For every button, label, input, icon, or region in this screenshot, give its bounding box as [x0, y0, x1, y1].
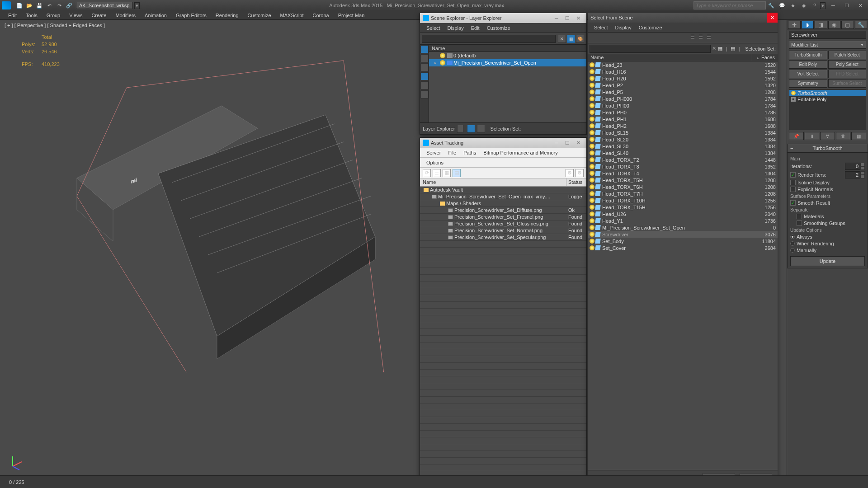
maximize-icon[interactable]: ☐ [562, 140, 573, 146]
asset-row[interactable]: Precision_Screwdriver_Set_Normal.pngFoun… [420, 227, 586, 234]
object-name-input[interactable] [789, 31, 866, 39]
filter-input[interactable] [422, 35, 556, 43]
list-icon[interactable]: ☰ [698, 34, 706, 42]
config-icon[interactable]: ▦ [851, 132, 866, 140]
asset-row[interactable]: Precision_Screwdriver_Set_Specular.pngFo… [420, 234, 586, 241]
menu-item[interactable]: Options [423, 159, 447, 166]
settings-icon[interactable]: ⚙ [566, 169, 574, 177]
iterations-input[interactable] [845, 163, 860, 170]
display-mode-icon[interactable]: ▦ [567, 35, 575, 43]
star-icon[interactable]: ★ [788, 1, 797, 9]
axis-gizmo[interactable] [8, 453, 26, 471]
object-row[interactable]: Set_Cover2684 [588, 244, 778, 251]
menu-create[interactable]: Create [87, 12, 111, 19]
manually-radio[interactable] [790, 248, 795, 253]
render-iters-input[interactable] [845, 171, 860, 178]
visibility-icon[interactable] [590, 76, 594, 81]
asset-row[interactable]: Precision_Screwdriver_Set_Fresnel.pngFou… [420, 214, 586, 221]
object-row[interactable]: Head_PH01736 [588, 109, 778, 116]
footer-dropdown[interactable] [457, 125, 463, 133]
close-icon[interactable]: ✕ [573, 15, 584, 21]
list-icon[interactable]: ☰ [433, 169, 441, 177]
object-row[interactable]: Head_PH11688 [588, 116, 778, 122]
list-icon[interactable]: ☰ [707, 34, 714, 42]
filter-icon[interactable] [631, 34, 638, 42]
object-row[interactable]: Screwdriver3076 [588, 231, 778, 238]
menu-corona[interactable]: Corona [308, 12, 334, 19]
rollout-header[interactable]: TurboSmooth [788, 144, 868, 153]
sidebar-icon[interactable] [420, 54, 429, 62]
menu-group[interactable]: Group [42, 12, 65, 19]
spin-down-icon[interactable] [860, 166, 865, 170]
workspace-dropdown-icon[interactable]: ▾ [134, 2, 140, 9]
chat-icon[interactable]: 💬 [778, 1, 787, 9]
select-scene-titlebar[interactable]: Select From Scene ✕ [588, 13, 778, 23]
visibility-icon[interactable] [590, 117, 594, 122]
visibility-icon[interactable] [590, 184, 594, 189]
sidebar-icon[interactable] [420, 72, 429, 80]
modifier-button[interactable]: Edit Poly [789, 60, 827, 69]
tree-header[interactable]: Name [429, 45, 586, 52]
menu-maxscript[interactable]: MAXScript [276, 12, 308, 19]
tool-icon[interactable]: 🔧 [767, 1, 776, 9]
menu-modifiers[interactable]: Modifiers [111, 12, 140, 19]
materials-checkbox[interactable] [797, 214, 802, 219]
tool-icon[interactable] [726, 34, 733, 42]
visibility-icon[interactable] [590, 211, 594, 216]
tool-icon[interactable] [717, 34, 725, 42]
tree-icon[interactable]: ▤ [453, 169, 461, 177]
refresh-icon[interactable]: ⟳ [423, 169, 431, 177]
smoothing-checkbox[interactable] [797, 221, 802, 226]
menu-project man[interactable]: Project Man [334, 12, 369, 19]
smooth-result-checkbox[interactable]: ✓ [790, 200, 796, 206]
modifier-button[interactable]: TurboSmooth [789, 51, 827, 59]
visibility-icon[interactable] [590, 178, 594, 183]
menu-item[interactable]: Select [423, 24, 444, 32]
layer-row[interactable]: 0 (default) [429, 52, 586, 59]
workspace-selector[interactable]: AK_Screenshot_wrksp [76, 2, 132, 9]
sort-icon[interactable]: ▲ [756, 56, 760, 60]
object-row[interactable]: Head_PH001784 [588, 102, 778, 109]
object-row[interactable]: Head_SL301384 [588, 143, 778, 150]
filter-icon[interactable] [679, 34, 687, 42]
options-icon[interactable]: ⚙ [576, 169, 584, 177]
object-row[interactable]: Head_TORX_T21448 [588, 156, 778, 163]
visibility-icon[interactable] [590, 137, 594, 142]
visibility-icon[interactable] [590, 110, 594, 115]
asset-list[interactable]: Name Status Autodesk VaultMi_Precision_S… [420, 178, 586, 482]
object-row[interactable]: Head_H161544 [588, 68, 778, 75]
utilities-tab-icon[interactable]: 🔧 [855, 21, 868, 29]
visibility-icon[interactable] [590, 171, 594, 176]
sidebar-icon[interactable] [420, 63, 429, 71]
spin-down-icon[interactable] [860, 175, 865, 178]
show-icon[interactable]: ⅠⅠ [805, 132, 820, 140]
filter-icon[interactable] [623, 34, 630, 42]
object-row[interactable]: Mi_Precision_Screwdriver_Set_Open0 [588, 224, 778, 231]
object-row[interactable]: Head_TORX_T15H1256 [588, 204, 778, 211]
grid-icon[interactable]: ▦ [443, 169, 451, 177]
render-iters-checkbox[interactable]: ✓ [790, 172, 796, 178]
visibility-icon[interactable] [590, 164, 594, 169]
spin-up-icon[interactable] [860, 171, 865, 175]
clear-icon[interactable]: ✕ [558, 35, 566, 43]
filter-icon[interactable] [590, 34, 598, 42]
menu-item[interactable]: Customize [635, 24, 666, 31]
modifier-button[interactable]: Vol. Select [789, 70, 827, 78]
visibility-icon[interactable] [440, 53, 445, 58]
visibility-icon[interactable] [590, 130, 594, 135]
visibility-icon[interactable] [590, 157, 594, 162]
color-icon[interactable]: 🎨 [576, 35, 584, 43]
visibility-icon[interactable] [590, 218, 594, 223]
object-row[interactable]: Head_PH0001784 [588, 95, 778, 102]
visibility-icon[interactable] [590, 205, 594, 210]
menu-item[interactable]: Customize [483, 24, 514, 32]
minimize-button[interactable]: ─ [827, 1, 839, 9]
menu-edit[interactable]: Edit [4, 12, 21, 19]
visibility-icon[interactable] [590, 89, 594, 94]
object-row[interactable]: Set_Body11804 [588, 238, 778, 244]
filter-icon[interactable] [639, 34, 646, 42]
object-row[interactable]: Head_TORX_T10H1256 [588, 197, 778, 204]
object-row[interactable]: Head_PH21688 [588, 122, 778, 129]
minimize-icon[interactable]: ─ [551, 140, 562, 145]
visibility-icon[interactable] [590, 191, 594, 196]
